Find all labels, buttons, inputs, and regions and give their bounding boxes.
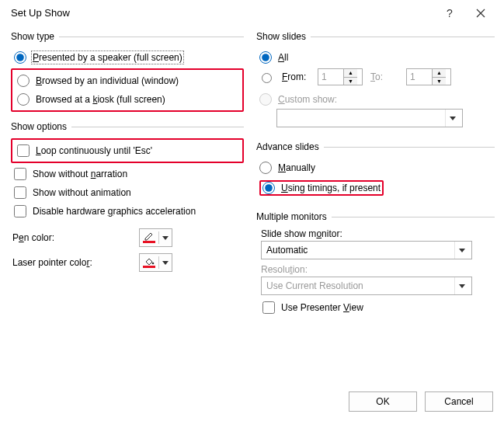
label-browsed-individual: Browsed by an individual (window): [36, 75, 179, 86]
checkbox-loop[interactable]: [17, 144, 30, 157]
advance-slides-group: Advance slides Manually Using timings, i…: [256, 141, 495, 199]
monitors-legend: Multiple monitors: [256, 211, 327, 222]
help-button[interactable]: ?: [434, 7, 465, 19]
highlight-timings: Using timings, if present: [259, 180, 384, 196]
monitor-label: Slide show monitor:: [261, 228, 495, 239]
window-title: Set Up Show: [11, 7, 434, 19]
label-to: To:: [370, 71, 398, 82]
label-no-narration: Show without narration: [33, 169, 127, 179]
laser-color-label: Laser pointer color:: [12, 257, 92, 268]
svg-point-0: [152, 263, 155, 265]
checkbox-disable-hw[interactable]: [14, 205, 26, 217]
advance-legend: Advance slides: [256, 141, 319, 152]
checkbox-no-narration[interactable]: [14, 168, 26, 180]
radio-from-slides[interactable]: [262, 73, 272, 83]
label-custom-show: Custom show:: [278, 94, 337, 105]
resolution-select: Use Current Resolution: [261, 277, 472, 295]
multiple-monitors-group: Multiple monitors Slide show monitor: Au…: [256, 211, 495, 317]
radio-all-slides[interactable]: [259, 51, 272, 64]
laser-color-button[interactable]: [139, 253, 172, 272]
label-all-slides: All: [278, 52, 288, 63]
highlight-show-type: Browsed by an individual (window) Browse…: [11, 68, 244, 112]
show-options-group: Show options Loop continuously until 'Es…: [11, 121, 244, 275]
show-type-group: Show type Presented by a speaker (full s…: [11, 31, 244, 112]
dialog-buttons: OK Cancel: [349, 391, 493, 412]
show-slides-group: Show slides All From: ▲▼ To: ▲▼: [256, 31, 495, 127]
titlebar: Set Up Show ?: [0, 0, 504, 26]
show-slides-legend: Show slides: [256, 31, 306, 42]
radio-manually[interactable]: [259, 162, 272, 174]
label-no-animation: Show without animation: [33, 187, 131, 198]
label-presenter-view: Use Presenter View: [281, 302, 363, 313]
label-browsed-kiosk: Browsed at a kiosk (full screen): [36, 94, 165, 105]
label-timings: Using timings, if present: [281, 183, 381, 193]
monitor-select[interactable]: Automatic: [261, 241, 472, 259]
chevron-down-icon: [162, 236, 169, 240]
bucket-icon: [143, 257, 155, 268]
cancel-button[interactable]: Cancel: [425, 391, 493, 412]
pen-color-label: Pen color:: [12, 232, 54, 243]
to-value[interactable]: [407, 69, 432, 85]
radio-browsed-individual[interactable]: [17, 75, 30, 87]
radio-custom-show: [259, 93, 272, 106]
pen-color-button[interactable]: [139, 228, 172, 247]
show-options-legend: Show options: [11, 121, 67, 132]
resolution-label: Resolution:: [261, 264, 495, 275]
chevron-down-icon: [459, 249, 465, 252]
to-spinner[interactable]: ▲▼: [406, 68, 451, 85]
label-presented-speaker: Presented by a speaker (full screen): [33, 52, 182, 63]
from-spinner[interactable]: ▲▼: [318, 68, 363, 85]
from-value[interactable]: [318, 69, 343, 85]
close-button[interactable]: [465, 9, 496, 18]
chevron-down-icon: [450, 117, 456, 120]
checkbox-no-animation[interactable]: [14, 186, 26, 199]
label-from: From:: [282, 71, 310, 82]
pen-icon: [143, 232, 155, 243]
show-type-legend: Show type: [11, 31, 54, 42]
radio-presented-speaker[interactable]: [14, 51, 26, 64]
custom-show-select: [276, 109, 463, 127]
chevron-down-icon: [459, 284, 465, 288]
label-manually: Manually: [278, 162, 315, 173]
checkbox-presenter-view[interactable]: [262, 301, 275, 314]
highlight-loop: Loop continuously until 'Esc': [11, 138, 244, 163]
label-loop: Loop continuously until 'Esc': [36, 145, 152, 156]
chevron-down-icon: [162, 261, 169, 265]
ok-button[interactable]: OK: [349, 391, 417, 412]
radio-timings[interactable]: [262, 182, 275, 194]
radio-browsed-kiosk[interactable]: [17, 93, 30, 106]
label-disable-hw: Disable hardware graphics acceleration: [33, 206, 196, 217]
